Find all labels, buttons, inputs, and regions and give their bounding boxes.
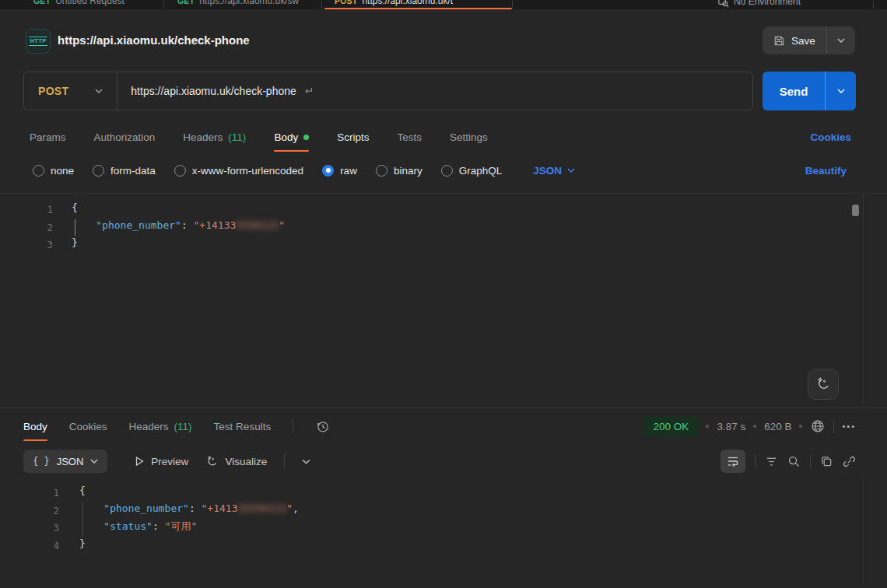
wrap-text-button[interactable] (720, 450, 745, 473)
tab-headers[interactable]: Headers(11) (183, 121, 246, 152)
editor-scrollbar-track (863, 194, 864, 405)
response-format-dropdown[interactable]: { } JSON (23, 450, 107, 473)
send-split-button: Send (763, 72, 856, 110)
environment-label: No Environment (734, 0, 801, 9)
request-header: HTTP https://api.xiaomu.uk/check-phone S… (0, 9, 887, 64)
radio-icon (33, 165, 44, 177)
pane-divider[interactable] (0, 408, 887, 408)
tab-method-badge: POST (335, 0, 357, 5)
copy-icon[interactable] (820, 455, 833, 468)
braces-icon: { } (33, 456, 50, 467)
response-tab-body[interactable]: Body (23, 411, 47, 442)
filter-icon[interactable] (765, 455, 778, 468)
format-label: JSON (57, 456, 84, 467)
response-tabs: Body Cookies Headers(11) Test Results 20… (0, 411, 887, 442)
response-tab-cookies[interactable]: Cookies (69, 411, 107, 442)
method-dropdown[interactable]: POST (24, 72, 117, 110)
response-history-icon[interactable] (315, 419, 330, 434)
mode-binary[interactable]: binary (376, 165, 422, 177)
request-body-editor[interactable]: 123 { "phone_number": "+141335550123"} (0, 193, 887, 408)
indent-guide (82, 502, 83, 537)
visualize-button[interactable]: Visualize (205, 455, 267, 468)
sparkle-circle-icon (205, 455, 219, 468)
response-size: 620 B (764, 421, 791, 432)
link-icon[interactable] (843, 455, 856, 468)
http-request-icon: HTTP (26, 29, 51, 54)
mode-x-www-form-urlencoded[interactable]: x-www-form-urlencoded (174, 165, 303, 177)
separator-dot (753, 425, 756, 428)
workspace-tab-active[interactable]: POSThttps://api.xiaomu.uk/t (335, 0, 453, 8)
save-icon (773, 35, 785, 47)
language-label: JSON (533, 165, 562, 177)
radio-icon (174, 165, 186, 177)
response-tab-test-results[interactable]: Test Results (214, 411, 272, 442)
radio-icon (376, 165, 387, 177)
workspace-tab[interactable]: GETUntitled Request (33, 0, 124, 8)
response-time: 3.87 s (717, 421, 745, 432)
tab-divider (321, 1, 322, 9)
editor-scrollbar-thumb[interactable] (852, 205, 859, 216)
response-toolbar: { } JSON Preview Visualize (0, 448, 887, 474)
separator-dot (706, 425, 709, 428)
send-options-button[interactable] (826, 89, 856, 93)
environment-selector[interactable]: No Environment (717, 0, 801, 9)
tab-authorization[interactable]: Authorization (94, 121, 156, 152)
save-button[interactable]: Save (763, 26, 826, 54)
chevron-down-icon (90, 459, 98, 464)
toolbar-divider (284, 454, 285, 468)
toolbar-divider (293, 419, 293, 433)
preview-button[interactable]: Preview (134, 456, 188, 467)
url-text: https://api.xiaomu.uk/check-phone (131, 85, 296, 97)
mode-form-data[interactable]: form-data (93, 165, 156, 177)
tab-divider (873, 1, 874, 9)
mode-raw[interactable]: raw (322, 165, 357, 177)
mode-graphql[interactable]: GraphQL (441, 165, 503, 177)
tab-method-badge: GET (33, 0, 51, 5)
search-icon[interactable] (787, 455, 801, 468)
response-tab-headers[interactable]: Headers(11) (129, 411, 192, 442)
workspace-tab-bar: GETUntitled Request GEThttps://api.xiaom… (0, 0, 887, 9)
save-split-button: Save (763, 26, 855, 54)
status-code-badge[interactable]: 200 OK (644, 417, 699, 436)
tab-body[interactable]: Body (274, 121, 309, 152)
workspace-tab[interactable]: GEThttps://api.xiaomu.uk/sw (177, 0, 299, 8)
enter-key-hint-icon (303, 87, 313, 95)
chevron-down-icon (837, 38, 845, 43)
request-tabs: Params Authorization Headers(11) Body Sc… (0, 121, 887, 152)
mode-none[interactable]: none (33, 165, 74, 177)
beautify-link[interactable]: Beautify (805, 156, 847, 185)
indent-guide (75, 219, 75, 236)
tab-params[interactable]: Params (30, 121, 66, 152)
method-label: POST (38, 85, 68, 97)
globe-network-icon[interactable] (810, 418, 826, 434)
cookies-link[interactable]: Cookies (810, 121, 851, 152)
tab-tests[interactable]: Tests (397, 121, 422, 152)
tab-title: Untitled Request (55, 0, 124, 6)
body-mode-row: none form-data x-www-form-urlencoded raw… (0, 156, 887, 185)
line-number-gutter: 123 (0, 194, 53, 254)
visualize-options-button[interactable] (302, 459, 310, 464)
headers-count-badge: (11) (174, 421, 192, 432)
tab-title: https://api.xiaomu.uk/t (362, 0, 453, 6)
toolbar-divider (755, 454, 756, 468)
send-button[interactable]: Send (763, 85, 825, 98)
editor-scrollbar-track (863, 479, 864, 585)
postbot-ai-button[interactable] (808, 369, 839, 400)
tab-divider (512, 1, 513, 9)
url-input[interactable]: https://api.xiaomu.uk/check-phone (117, 85, 752, 97)
tab-divider (163, 1, 164, 9)
play-triangle-icon (134, 456, 145, 467)
response-body-viewer[interactable]: 1234 { "phone_number": "+141335550123", … (0, 479, 887, 588)
chevron-down-icon (302, 459, 310, 464)
request-title: https://api.xiaomu.uk/check-phone (58, 33, 250, 47)
request-body-code[interactable]: { "phone_number": "+141335550123"} (72, 194, 285, 254)
environment-search-icon (717, 0, 729, 8)
radio-icon (441, 165, 453, 177)
more-options-icon[interactable]: ••• (842, 422, 856, 431)
body-modified-dot (303, 135, 309, 140)
save-options-button[interactable] (827, 26, 855, 54)
response-status-bar: 200 OK 3.87 s 620 B ••• (644, 411, 856, 442)
tab-settings[interactable]: Settings (450, 121, 488, 152)
language-dropdown[interactable]: JSON (533, 165, 575, 177)
tab-scripts[interactable]: Scripts (337, 121, 369, 152)
